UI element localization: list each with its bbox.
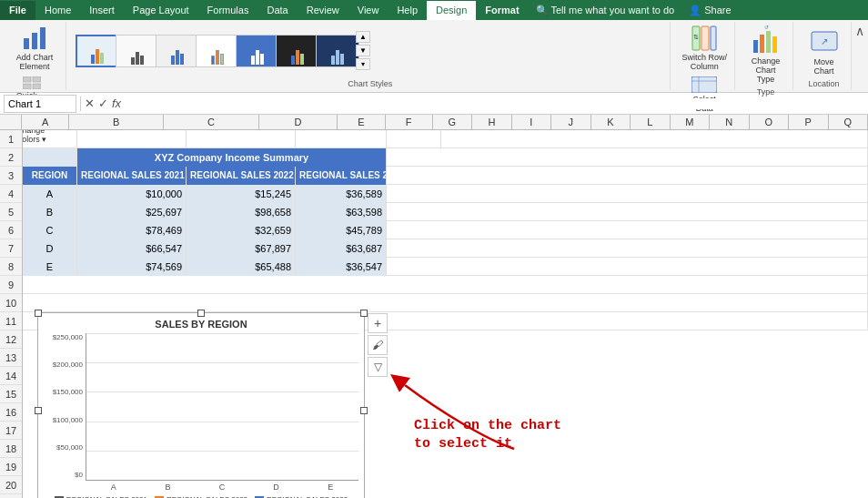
row-2[interactable]: 2 (0, 148, 22, 167)
cell-A4[interactable]: A (23, 185, 77, 203)
cell-header-2022[interactable]: REGIONAL SALES 2022 (187, 167, 296, 185)
cell-D6[interactable]: $45,789 (296, 221, 387, 239)
col-O[interactable]: O (750, 115, 789, 129)
row-12[interactable]: 12 (0, 330, 22, 349)
col-J[interactable]: J (551, 115, 590, 129)
chart-add-button[interactable]: + (368, 313, 388, 333)
cell-B5[interactable]: $25,697 (77, 203, 187, 221)
cell-A6[interactable]: C (23, 221, 77, 239)
tab-home[interactable]: Home (35, 1, 80, 20)
chart-style-3[interactable] (156, 35, 199, 67)
col-D[interactable]: D (259, 115, 338, 129)
row-4[interactable]: 4 (0, 185, 22, 203)
tab-review[interactable]: Review (298, 1, 348, 20)
tab-page-layout[interactable]: Page Layout (124, 1, 198, 20)
chart-style-4[interactable] (196, 35, 239, 67)
cell-C1[interactable] (187, 130, 296, 148)
empty-row-10[interactable] (23, 294, 868, 312)
cell-rest-3[interactable] (387, 167, 868, 185)
cell-D4[interactable]: $36,589 (296, 185, 387, 203)
row-13[interactable]: 13 (0, 349, 22, 367)
chart-container[interactable]: + 🖌 ▽ SALES BY REGION $250,000 $200,000 … (37, 312, 365, 498)
row-18[interactable]: 18 (0, 440, 22, 458)
col-B[interactable]: B (69, 115, 164, 129)
move-chart-button[interactable]: ↗ MoveChart (808, 25, 841, 77)
cell-B1[interactable] (77, 130, 187, 148)
col-G[interactable]: G (433, 115, 472, 129)
col-P[interactable]: P (789, 115, 828, 129)
col-Q[interactable]: Q (829, 115, 868, 129)
empty-row-9[interactable] (23, 276, 868, 294)
cell-rest-6[interactable] (387, 221, 868, 239)
tab-file[interactable]: File (0, 1, 35, 20)
formula-input[interactable] (125, 98, 864, 109)
cell-A2[interactable] (23, 148, 77, 167)
row-1[interactable]: 1 (0, 130, 22, 148)
row-17[interactable]: 17 (0, 422, 22, 440)
ribbon-collapse-button[interactable]: ∧ (855, 22, 864, 90)
cell-C5[interactable]: $98,658 (187, 203, 296, 221)
chart-style-5[interactable] (236, 35, 279, 67)
col-K[interactable]: K (591, 115, 631, 129)
chart-styles-scroll-down[interactable]: ▼ (356, 45, 370, 56)
chart-handle-ml[interactable] (35, 407, 42, 414)
col-A[interactable]: A (22, 115, 69, 129)
col-F[interactable]: F (386, 115, 433, 129)
cell-C6[interactable]: $32,659 (187, 221, 296, 239)
row-7[interactable]: 7 (0, 239, 22, 258)
cell-E1[interactable] (387, 130, 441, 148)
row-15[interactable]: 15 (0, 385, 22, 403)
tell-me-input[interactable]: 🔍 Tell me what you want to do (529, 1, 682, 20)
cell-header-2021[interactable]: REGIONAL SALES 2021 (77, 167, 187, 185)
row-10[interactable]: 10 (0, 294, 22, 312)
cell-rest-5[interactable] (387, 203, 868, 221)
col-H[interactable]: H (472, 115, 511, 129)
col-L[interactable]: L (631, 115, 670, 129)
chart-style-1[interactable] (76, 35, 119, 67)
add-chart-element-button[interactable]: + Add ChartElement (15, 24, 56, 73)
cell-B6[interactable]: $78,469 (77, 221, 187, 239)
col-C[interactable]: C (164, 115, 258, 129)
tab-format[interactable]: Format (476, 1, 528, 20)
cell-C4[interactable]: $15,245 (187, 185, 296, 203)
chart-style-2[interactable] (116, 35, 159, 67)
cell-A7[interactable]: D (23, 239, 77, 258)
cell-C7[interactable]: $67,897 (187, 239, 296, 258)
col-M[interactable]: M (671, 115, 710, 129)
cell-rest-8[interactable] (387, 258, 868, 276)
col-I[interactable]: I (512, 115, 551, 129)
cell-header-region[interactable]: REGION (23, 167, 77, 185)
cell-D8[interactable]: $36,547 (296, 258, 387, 276)
share-button[interactable]: 👤 Share (681, 1, 738, 20)
change-chart-type-button[interactable]: ↺ ChangeChartType (750, 24, 782, 86)
chart-styles-expand[interactable]: ▾ (356, 58, 370, 70)
chart-filter-button[interactable]: ▽ (368, 357, 388, 377)
col-E[interactable]: E (338, 115, 385, 129)
cell-A8[interactable]: E (23, 258, 77, 276)
cell-rest-1[interactable] (441, 130, 868, 148)
row-21[interactable]: 21 (0, 494, 22, 498)
switch-row-column-button[interactable]: ⇅ Switch Row/Column (680, 24, 729, 73)
row-19[interactable]: 19 (0, 458, 22, 476)
tab-view[interactable]: View (348, 1, 389, 20)
cell-B7[interactable]: $66,547 (77, 239, 187, 258)
tab-design[interactable]: Design (427, 1, 476, 20)
chart-handle-mr[interactable] (360, 407, 368, 414)
cell-header-2023[interactable]: REGIONAL SALES 2023 (296, 167, 387, 185)
row-16[interactable]: 16 (0, 403, 22, 422)
tab-insert[interactable]: Insert (80, 1, 124, 20)
chart-style-7[interactable] (316, 35, 359, 67)
cell-rest-7[interactable] (387, 239, 868, 258)
tab-help[interactable]: Help (388, 1, 427, 20)
col-N[interactable]: N (710, 115, 749, 129)
row-3[interactable]: 3 (0, 167, 22, 185)
cell-D1[interactable] (296, 130, 387, 148)
chart-style-6[interactable] (276, 35, 319, 67)
cell-rest-4[interactable] (387, 185, 868, 203)
cell-rest-2[interactable] (387, 148, 868, 167)
row-8[interactable]: 8 (0, 258, 22, 276)
chart-handle-tl[interactable] (35, 310, 42, 317)
row-11[interactable]: 11 (0, 312, 22, 330)
cancel-formula-icon[interactable]: ✕ (85, 97, 95, 110)
row-6[interactable]: 6 (0, 221, 22, 239)
